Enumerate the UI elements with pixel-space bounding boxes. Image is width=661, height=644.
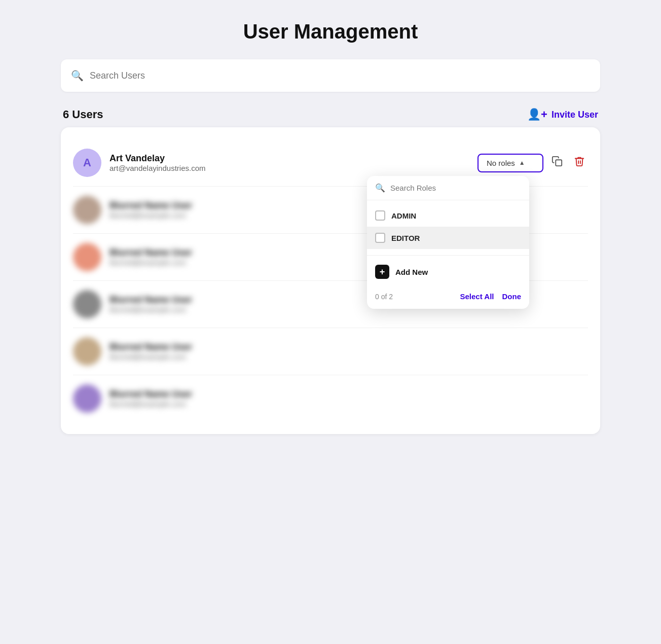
user-email: blurred@example.com xyxy=(109,211,192,220)
roles-dropdown-label: No roles xyxy=(487,159,515,167)
user-info: Art Vandelay art@vandelayindustries.com xyxy=(109,153,478,172)
role-item-editor[interactable]: EDITOR xyxy=(367,227,529,249)
user-email: blurred@example.com xyxy=(109,305,192,314)
user-name: Blurred Name User xyxy=(109,389,192,400)
selection-count: 0 of 2 xyxy=(375,293,393,301)
chevron-up-icon: ▲ xyxy=(519,159,525,166)
user-email: blurred@example.com xyxy=(109,400,192,408)
users-card: A Art Vandelay art@vandelayindustries.co… xyxy=(61,127,600,434)
table-row: Blurred Name User blurred@example.com xyxy=(73,375,588,422)
avatar xyxy=(73,243,101,271)
search-icon-main: 🔍 xyxy=(71,69,84,82)
invite-user-icon: 👤+ xyxy=(527,108,547,121)
avatar xyxy=(73,290,101,318)
dropdown-divider xyxy=(367,255,529,256)
delete-button[interactable] xyxy=(571,153,588,173)
plus-icon: + xyxy=(380,267,385,277)
user-name: Blurred Name User xyxy=(109,200,192,211)
user-name: Blurred Name User xyxy=(109,247,192,258)
search-bar: 🔍 xyxy=(61,59,600,92)
user-info: Blurred Name User blurred@example.com xyxy=(109,389,588,408)
editor-checkbox[interactable] xyxy=(375,233,385,243)
done-button[interactable]: Done xyxy=(502,292,522,301)
svg-rect-0 xyxy=(556,160,562,166)
add-new-row[interactable]: + Add New xyxy=(367,258,529,286)
editor-label: EDITOR xyxy=(391,234,420,242)
dropdown-footer: 0 of 2 Select All Done xyxy=(367,286,529,309)
role-item-admin[interactable]: ADMIN xyxy=(367,204,529,227)
user-email: blurred@example.com xyxy=(109,258,192,267)
dropdown-search-icon: 🔍 xyxy=(375,183,385,193)
admin-label: ADMIN xyxy=(391,211,416,220)
user-actions: No roles ▲ xyxy=(478,153,588,173)
user-name: Blurred Name User xyxy=(109,295,192,305)
dropdown-search-wrapper: 🔍 xyxy=(367,176,529,200)
avatar xyxy=(73,337,101,366)
roles-list: ADMIN EDITOR xyxy=(367,200,529,253)
table-row: Blurred Name User blurred@example.com xyxy=(73,328,588,375)
user-email: blurred@example.com xyxy=(109,352,192,361)
avatar-initial: A xyxy=(83,156,91,169)
add-new-label: Add New xyxy=(395,268,428,276)
users-header: 6 Users 👤+ Invite User xyxy=(61,108,600,121)
table-row: A Art Vandelay art@vandelayindustries.co… xyxy=(73,139,588,187)
search-roles-input[interactable] xyxy=(390,184,521,192)
avatar: A xyxy=(73,149,101,177)
roles-dropdown-button[interactable]: No roles ▲ xyxy=(478,154,543,172)
users-count: 6 Users xyxy=(63,108,103,121)
user-name: Art Vandelay xyxy=(109,153,478,164)
search-users-input[interactable] xyxy=(90,70,590,81)
page-title: User Management xyxy=(61,20,600,43)
user-email: art@vandelayindustries.com xyxy=(109,164,478,172)
user-name: Blurred Name User xyxy=(109,342,192,352)
copy-button[interactable] xyxy=(548,153,566,173)
select-all-button[interactable]: Select All xyxy=(460,292,494,301)
admin-checkbox[interactable] xyxy=(375,210,385,221)
invite-user-label: Invite User xyxy=(552,110,598,120)
roles-dropdown-panel: 🔍 ADMIN EDITOR + xyxy=(367,176,529,309)
page-container: User Management 🔍 6 Users 👤+ Invite User… xyxy=(61,20,600,624)
avatar xyxy=(73,196,101,224)
avatar xyxy=(73,384,101,413)
add-new-icon: + xyxy=(375,265,389,279)
user-info: Blurred Name User blurred@example.com xyxy=(109,342,588,361)
invite-user-button[interactable]: 👤+ Invite User xyxy=(527,108,598,121)
